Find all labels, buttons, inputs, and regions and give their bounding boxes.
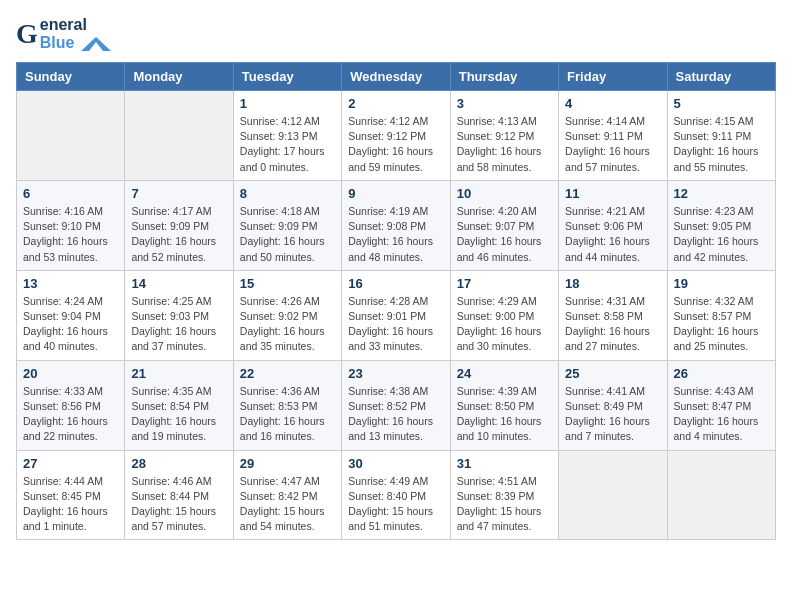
calendar-cell: 20Sunrise: 4:33 AM Sunset: 8:56 PM Dayli…	[17, 360, 125, 450]
day-info: Sunrise: 4:49 AM Sunset: 8:40 PM Dayligh…	[348, 474, 443, 535]
svg-marker-0	[81, 37, 111, 51]
calendar-cell: 22Sunrise: 4:36 AM Sunset: 8:53 PM Dayli…	[233, 360, 341, 450]
day-info: Sunrise: 4:16 AM Sunset: 9:10 PM Dayligh…	[23, 204, 118, 265]
calendar-week-4: 20Sunrise: 4:33 AM Sunset: 8:56 PM Dayli…	[17, 360, 776, 450]
day-number: 11	[565, 186, 660, 201]
weekday-header-saturday: Saturday	[667, 63, 775, 91]
logo-g: G	[16, 18, 38, 50]
day-number: 16	[348, 276, 443, 291]
day-info: Sunrise: 4:43 AM Sunset: 8:47 PM Dayligh…	[674, 384, 769, 445]
day-info: Sunrise: 4:35 AM Sunset: 8:54 PM Dayligh…	[131, 384, 226, 445]
day-number: 14	[131, 276, 226, 291]
day-info: Sunrise: 4:39 AM Sunset: 8:50 PM Dayligh…	[457, 384, 552, 445]
day-info: Sunrise: 4:31 AM Sunset: 8:58 PM Dayligh…	[565, 294, 660, 355]
day-info: Sunrise: 4:19 AM Sunset: 9:08 PM Dayligh…	[348, 204, 443, 265]
day-info: Sunrise: 4:18 AM Sunset: 9:09 PM Dayligh…	[240, 204, 335, 265]
calendar-cell: 26Sunrise: 4:43 AM Sunset: 8:47 PM Dayli…	[667, 360, 775, 450]
calendar-cell	[125, 91, 233, 181]
logo: G eneral Blue	[16, 16, 111, 52]
logo-eneral: eneral	[40, 16, 111, 34]
day-info: Sunrise: 4:24 AM Sunset: 9:04 PM Dayligh…	[23, 294, 118, 355]
day-number: 12	[674, 186, 769, 201]
logo-blue-text: Blue	[40, 34, 111, 52]
day-number: 17	[457, 276, 552, 291]
day-info: Sunrise: 4:33 AM Sunset: 8:56 PM Dayligh…	[23, 384, 118, 445]
day-info: Sunrise: 4:29 AM Sunset: 9:00 PM Dayligh…	[457, 294, 552, 355]
day-number: 8	[240, 186, 335, 201]
logo-arrow-icon	[81, 37, 111, 51]
calendar-cell: 28Sunrise: 4:46 AM Sunset: 8:44 PM Dayli…	[125, 450, 233, 540]
weekday-header-friday: Friday	[559, 63, 667, 91]
day-info: Sunrise: 4:28 AM Sunset: 9:01 PM Dayligh…	[348, 294, 443, 355]
calendar-week-2: 6Sunrise: 4:16 AM Sunset: 9:10 PM Daylig…	[17, 180, 776, 270]
day-number: 2	[348, 96, 443, 111]
day-info: Sunrise: 4:25 AM Sunset: 9:03 PM Dayligh…	[131, 294, 226, 355]
calendar-cell: 21Sunrise: 4:35 AM Sunset: 8:54 PM Dayli…	[125, 360, 233, 450]
day-number: 27	[23, 456, 118, 471]
day-info: Sunrise: 4:12 AM Sunset: 9:12 PM Dayligh…	[348, 114, 443, 175]
calendar-body: 1Sunrise: 4:12 AM Sunset: 9:13 PM Daylig…	[17, 91, 776, 540]
calendar-cell: 15Sunrise: 4:26 AM Sunset: 9:02 PM Dayli…	[233, 270, 341, 360]
day-info: Sunrise: 4:14 AM Sunset: 9:11 PM Dayligh…	[565, 114, 660, 175]
calendar-cell: 23Sunrise: 4:38 AM Sunset: 8:52 PM Dayli…	[342, 360, 450, 450]
day-info: Sunrise: 4:46 AM Sunset: 8:44 PM Dayligh…	[131, 474, 226, 535]
day-number: 24	[457, 366, 552, 381]
calendar-cell: 31Sunrise: 4:51 AM Sunset: 8:39 PM Dayli…	[450, 450, 558, 540]
day-number: 18	[565, 276, 660, 291]
day-number: 3	[457, 96, 552, 111]
weekday-header-tuesday: Tuesday	[233, 63, 341, 91]
day-number: 28	[131, 456, 226, 471]
calendar-cell: 18Sunrise: 4:31 AM Sunset: 8:58 PM Dayli…	[559, 270, 667, 360]
day-number: 10	[457, 186, 552, 201]
day-info: Sunrise: 4:21 AM Sunset: 9:06 PM Dayligh…	[565, 204, 660, 265]
day-number: 21	[131, 366, 226, 381]
calendar-cell: 12Sunrise: 4:23 AM Sunset: 9:05 PM Dayli…	[667, 180, 775, 270]
day-number: 26	[674, 366, 769, 381]
calendar-cell: 14Sunrise: 4:25 AM Sunset: 9:03 PM Dayli…	[125, 270, 233, 360]
calendar-cell	[559, 450, 667, 540]
day-info: Sunrise: 4:13 AM Sunset: 9:12 PM Dayligh…	[457, 114, 552, 175]
page-header: G eneral Blue	[16, 16, 776, 52]
day-number: 4	[565, 96, 660, 111]
weekday-header-wednesday: Wednesday	[342, 63, 450, 91]
calendar-cell: 1Sunrise: 4:12 AM Sunset: 9:13 PM Daylig…	[233, 91, 341, 181]
calendar-cell: 6Sunrise: 4:16 AM Sunset: 9:10 PM Daylig…	[17, 180, 125, 270]
calendar-cell: 7Sunrise: 4:17 AM Sunset: 9:09 PM Daylig…	[125, 180, 233, 270]
calendar-cell	[667, 450, 775, 540]
day-info: Sunrise: 4:51 AM Sunset: 8:39 PM Dayligh…	[457, 474, 552, 535]
day-number: 15	[240, 276, 335, 291]
day-number: 5	[674, 96, 769, 111]
day-info: Sunrise: 4:36 AM Sunset: 8:53 PM Dayligh…	[240, 384, 335, 445]
calendar-cell: 25Sunrise: 4:41 AM Sunset: 8:49 PM Dayli…	[559, 360, 667, 450]
day-number: 25	[565, 366, 660, 381]
weekday-header-monday: Monday	[125, 63, 233, 91]
calendar-cell: 17Sunrise: 4:29 AM Sunset: 9:00 PM Dayli…	[450, 270, 558, 360]
calendar-cell: 10Sunrise: 4:20 AM Sunset: 9:07 PM Dayli…	[450, 180, 558, 270]
day-info: Sunrise: 4:15 AM Sunset: 9:11 PM Dayligh…	[674, 114, 769, 175]
day-info: Sunrise: 4:26 AM Sunset: 9:02 PM Dayligh…	[240, 294, 335, 355]
calendar-cell: 27Sunrise: 4:44 AM Sunset: 8:45 PM Dayli…	[17, 450, 125, 540]
calendar-cell: 2Sunrise: 4:12 AM Sunset: 9:12 PM Daylig…	[342, 91, 450, 181]
calendar-cell: 30Sunrise: 4:49 AM Sunset: 8:40 PM Dayli…	[342, 450, 450, 540]
weekday-header-thursday: Thursday	[450, 63, 558, 91]
weekday-header-sunday: Sunday	[17, 63, 125, 91]
calendar-cell	[17, 91, 125, 181]
day-info: Sunrise: 4:47 AM Sunset: 8:42 PM Dayligh…	[240, 474, 335, 535]
day-number: 29	[240, 456, 335, 471]
day-info: Sunrise: 4:23 AM Sunset: 9:05 PM Dayligh…	[674, 204, 769, 265]
calendar-week-1: 1Sunrise: 4:12 AM Sunset: 9:13 PM Daylig…	[17, 91, 776, 181]
calendar-cell: 13Sunrise: 4:24 AM Sunset: 9:04 PM Dayli…	[17, 270, 125, 360]
day-number: 6	[23, 186, 118, 201]
day-number: 22	[240, 366, 335, 381]
calendar-cell: 29Sunrise: 4:47 AM Sunset: 8:42 PM Dayli…	[233, 450, 341, 540]
day-info: Sunrise: 4:38 AM Sunset: 8:52 PM Dayligh…	[348, 384, 443, 445]
day-number: 20	[23, 366, 118, 381]
calendar-week-3: 13Sunrise: 4:24 AM Sunset: 9:04 PM Dayli…	[17, 270, 776, 360]
day-info: Sunrise: 4:32 AM Sunset: 8:57 PM Dayligh…	[674, 294, 769, 355]
day-info: Sunrise: 4:20 AM Sunset: 9:07 PM Dayligh…	[457, 204, 552, 265]
calendar-cell: 9Sunrise: 4:19 AM Sunset: 9:08 PM Daylig…	[342, 180, 450, 270]
day-info: Sunrise: 4:44 AM Sunset: 8:45 PM Dayligh…	[23, 474, 118, 535]
day-number: 31	[457, 456, 552, 471]
day-number: 7	[131, 186, 226, 201]
calendar-cell: 19Sunrise: 4:32 AM Sunset: 8:57 PM Dayli…	[667, 270, 775, 360]
